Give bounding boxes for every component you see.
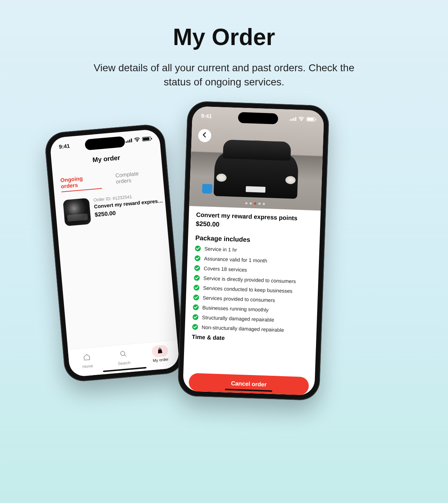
package-item: Assurance valid for 1 month	[195, 255, 312, 265]
order-card[interactable]: Order ID: #1232541 Convert my reward exp…	[60, 188, 161, 230]
package-item-label: Service is directly provided to consumer…	[203, 275, 296, 284]
svg-rect-8	[293, 118, 295, 121]
package-item-label: Assurance valid for 1 month	[204, 255, 267, 263]
check-icon	[192, 314, 199, 320]
svg-line-5	[124, 355, 126, 357]
phone-order-list: 9:41 My order Ongoing orders Complate or…	[44, 123, 185, 383]
carousel-dot[interactable]	[249, 202, 252, 205]
svg-rect-2	[129, 140, 131, 142]
bag-icon	[156, 347, 164, 355]
nav-my-order[interactable]: My order	[151, 345, 169, 363]
search-icon	[119, 350, 127, 359]
package-item-label: Services conducted to keep businesses	[203, 285, 292, 294]
svg-rect-6	[290, 119, 291, 121]
svg-rect-7	[292, 118, 293, 121]
signal-icon	[290, 117, 296, 121]
check-icon	[195, 255, 201, 261]
package-includes-heading: Package includes	[195, 234, 313, 246]
carousel-dot[interactable]	[258, 202, 260, 205]
check-icon	[192, 324, 198, 330]
battery-icon	[142, 136, 151, 141]
tab-ongoing-orders[interactable]: Ongoing orders	[60, 174, 102, 193]
nav-search-label: Search	[116, 360, 132, 366]
svg-rect-3	[131, 138, 132, 142]
package-item: Service in 1 hr	[195, 245, 312, 255]
check-icon	[193, 285, 200, 291]
package-item: Services provided to consumers	[193, 294, 310, 304]
svg-rect-9	[295, 117, 296, 121]
dynamic-island	[238, 112, 278, 124]
package-item: Structurally damaged repairable	[192, 314, 309, 324]
order-thumbnail	[63, 198, 91, 226]
nav-my-order-label: My order	[152, 357, 169, 363]
page-title: My Order	[0, 24, 448, 51]
svg-rect-1	[127, 140, 129, 142]
package-item: Service is directly provided to consumer…	[194, 275, 311, 285]
carousel-dot[interactable]	[254, 202, 256, 205]
carousel-dot[interactable]	[245, 202, 247, 204]
package-item-label: Covers 18 services	[204, 265, 247, 273]
check-icon	[193, 294, 199, 301]
carousel-dots[interactable]	[245, 202, 265, 205]
battery-icon	[307, 117, 315, 122]
cancel-order-button[interactable]: Cancel order	[188, 373, 309, 395]
back-button[interactable]	[198, 129, 211, 142]
wifi-icon	[134, 137, 140, 142]
screen-order-list: 9:41 My order Ongoing orders Complate or…	[49, 129, 180, 377]
phone-order-detail: 9:41	[177, 101, 329, 401]
package-item-label: Services provided to consumers	[203, 295, 275, 303]
page-subtitle: View details of all your current and pas…	[93, 61, 355, 89]
package-item: Businesses running smoothly	[193, 304, 310, 314]
nav-home-label: Home	[80, 363, 96, 369]
package-item: Non-structurally damaged repairable	[192, 324, 309, 334]
tab-complete-orders[interactable]: Complate orders	[115, 169, 156, 187]
screen-order-detail: 9:41	[183, 106, 324, 395]
check-icon	[194, 275, 200, 281]
check-icon	[195, 245, 201, 252]
package-item-label: Businesses running smoothly	[202, 305, 269, 313]
package-item: Covers 18 services	[194, 265, 311, 275]
svg-rect-0	[125, 141, 127, 142]
time-date-heading: Time & date	[192, 334, 309, 344]
wifi-icon	[299, 117, 304, 121]
bucket-figure	[202, 184, 212, 194]
package-item-label: Structurally damaged repairable	[202, 314, 274, 323]
carousel-dot[interactable]	[263, 203, 265, 205]
package-item-label: Service in 1 hr	[204, 246, 237, 253]
package-item: Services conducted to keep businesses	[193, 285, 311, 294]
chevron-left-icon	[203, 132, 207, 139]
home-icon	[83, 353, 91, 362]
bottom-nav: Home Search My order	[68, 340, 180, 377]
car-figure	[213, 152, 299, 199]
nav-home[interactable]: Home	[79, 351, 96, 369]
check-icon	[193, 304, 199, 310]
status-time: 9:41	[201, 112, 212, 119]
order-tabs: Ongoing orders Complate orders	[60, 169, 156, 192]
package-item-label: Non-structurally damaged repairable	[201, 324, 284, 333]
signal-icon	[125, 138, 132, 143]
nav-search[interactable]: Search	[115, 348, 132, 366]
package-list: Service in 1 hrAssurance valid for 1 mon…	[192, 245, 312, 334]
status-time: 9:41	[59, 142, 70, 150]
check-icon	[194, 265, 200, 271]
